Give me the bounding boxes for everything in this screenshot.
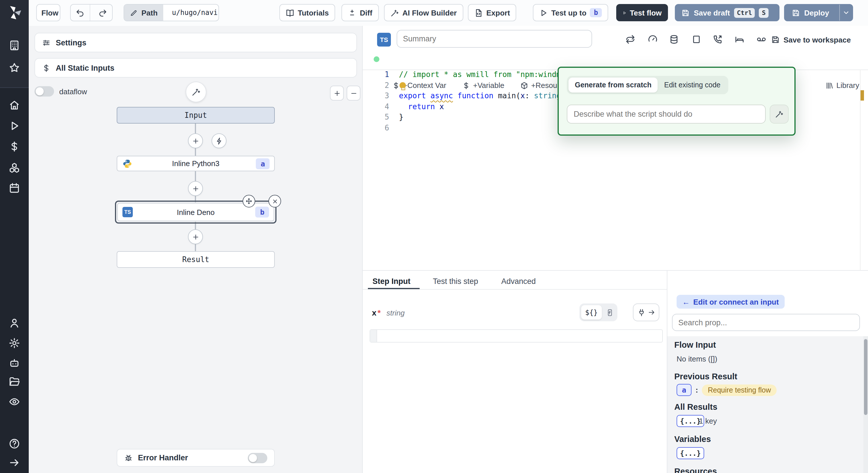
previous-result-row: a : Require testing flow <box>677 384 777 396</box>
undo-redo-group <box>70 4 113 21</box>
summary-input[interactable] <box>397 30 592 48</box>
redo-button[interactable] <box>93 5 112 21</box>
home-icon[interactable] <box>9 99 20 111</box>
deploy-dropdown-button[interactable] <box>840 5 852 21</box>
user-icon[interactable] <box>9 317 20 329</box>
result-key-badge[interactable]: a <box>677 384 691 396</box>
save-to-workspace-button[interactable]: Save to workspace <box>771 33 851 46</box>
diff-button[interactable]: Diff <box>341 4 378 21</box>
export-button[interactable]: Export <box>468 4 516 21</box>
flow-settings-button[interactable]: Settings <box>34 33 357 52</box>
save-icon <box>681 8 690 17</box>
previous-result-value-chip[interactable]: Require testing flow <box>702 384 777 396</box>
sidebar <box>0 0 29 473</box>
line-number: 4 <box>363 101 399 112</box>
function-icon <box>606 308 614 316</box>
voicemail-icon[interactable] <box>756 34 766 44</box>
status-dot <box>374 56 379 62</box>
save-draft-button[interactable]: Save draft Ctrl S <box>675 4 779 21</box>
error-handler-card[interactable]: Error Handler <box>117 449 275 467</box>
code-token: async <box>431 91 453 100</box>
schedules-calendar-icon[interactable] <box>9 182 20 194</box>
flow-input-heading: Flow Input <box>674 340 716 349</box>
windmill-logo[interactable] <box>6 4 23 21</box>
connect-input-button[interactable] <box>633 304 659 321</box>
robot-icon[interactable] <box>9 357 20 369</box>
runs-play-icon[interactable] <box>9 120 20 132</box>
path-control[interactable]: Path u/hugo/navi <box>124 4 219 21</box>
tab-edit-existing-code[interactable]: Edit existing code <box>658 77 727 93</box>
gauge-icon[interactable] <box>648 34 658 44</box>
typescript-icon: TS <box>122 207 133 217</box>
search-prop-input[interactable] <box>672 314 860 331</box>
deploy-split-button: Deploy <box>784 4 853 21</box>
test-up-to-button[interactable]: Test up to b <box>533 4 609 21</box>
window-icon[interactable] <box>691 34 701 44</box>
ai-flow-builder-button[interactable]: AI Flow Builder <box>384 4 463 21</box>
ai-generate-button[interactable] <box>770 104 789 124</box>
step-badge-b: b <box>590 8 602 17</box>
phone-incoming-icon[interactable] <box>713 34 722 44</box>
collapse-arrow-icon[interactable] <box>9 457 20 468</box>
code-token: : <box>525 91 534 100</box>
tutorials-button[interactable]: Tutorials <box>279 4 335 21</box>
repeat-icon[interactable] <box>625 34 635 44</box>
eye-icon[interactable] <box>9 396 20 408</box>
code-token: return <box>408 102 435 111</box>
add-step-button[interactable] <box>188 229 203 244</box>
help-icon[interactable] <box>9 438 20 449</box>
function-mode-chip[interactable] <box>603 305 617 320</box>
code-token: x <box>439 102 444 111</box>
line-number: 6 <box>363 123 399 133</box>
tab-advanced[interactable]: Advanced <box>501 277 536 286</box>
node-result[interactable]: Result <box>117 251 275 268</box>
step-badge-b: b <box>255 207 269 218</box>
add-step-button[interactable] <box>188 133 203 148</box>
dataflow-toggle[interactable] <box>34 86 54 97</box>
plus-icon <box>333 89 341 97</box>
test-flow-button[interactable]: Test flow <box>616 4 668 21</box>
route-icon[interactable] <box>735 34 744 44</box>
edit-or-connect-button[interactable]: ← Edit or connect an input <box>677 295 785 309</box>
all-static-inputs-button[interactable]: All Static Inputs <box>34 58 357 77</box>
zoom-in-button[interactable] <box>330 86 344 101</box>
field-value-input[interactable] <box>370 329 663 343</box>
flow-mode-button[interactable]: Flow <box>36 4 60 21</box>
graph-ai-wand-button[interactable] <box>186 82 206 102</box>
tab-step-input[interactable]: Step Input <box>372 277 410 286</box>
workspace-building-icon[interactable] <box>9 40 20 51</box>
node-input[interactable]: Input <box>117 107 275 124</box>
deploy-button[interactable]: Deploy <box>785 5 836 21</box>
code-token: string <box>534 91 561 100</box>
tab-generate-from-scratch[interactable]: Generate from scratch <box>568 77 658 93</box>
template-mode-chip[interactable]: ${} <box>581 305 601 320</box>
resources-cubes-icon[interactable] <box>9 162 20 174</box>
zoom-out-button[interactable] <box>347 86 361 101</box>
code-token <box>453 91 458 100</box>
ai-prompt-input[interactable] <box>567 104 766 124</box>
scrollbar-thumb[interactable] <box>864 339 867 415</box>
favorites-star-icon[interactable] <box>9 62 20 73</box>
variables-object-badge[interactable]: {...} <box>677 447 704 459</box>
bottom-panel-divider[interactable] <box>363 270 868 271</box>
lightbulb-icon[interactable] <box>400 82 406 88</box>
add-step-button[interactable] <box>188 181 203 196</box>
kbd-s: S <box>759 8 769 18</box>
book-icon <box>286 8 294 17</box>
gear-icon[interactable] <box>9 337 20 349</box>
path-label-segment[interactable]: Path <box>124 5 163 21</box>
trigger-bolt-button[interactable] <box>212 133 226 148</box>
flow-input-empty: No items ([]) <box>677 355 717 363</box>
topbar: Flow Path u/hugo/navi Tutorials Diff AI … <box>29 0 868 26</box>
error-handler-toggle[interactable] <box>248 452 267 463</box>
variables-dollar-icon[interactable] <box>9 141 20 152</box>
undo-button[interactable] <box>71 5 90 21</box>
wand-icon <box>775 110 783 118</box>
folder-icon[interactable] <box>9 376 20 387</box>
move-node-button[interactable] <box>243 195 255 208</box>
node-inline-python3[interactable]: Inline Python3 a <box>117 156 275 171</box>
required-asterisk: * <box>378 308 381 317</box>
database-icon[interactable] <box>669 34 679 44</box>
delete-node-button[interactable] <box>269 195 281 208</box>
tab-test-this-step[interactable]: Test this step <box>433 277 478 286</box>
